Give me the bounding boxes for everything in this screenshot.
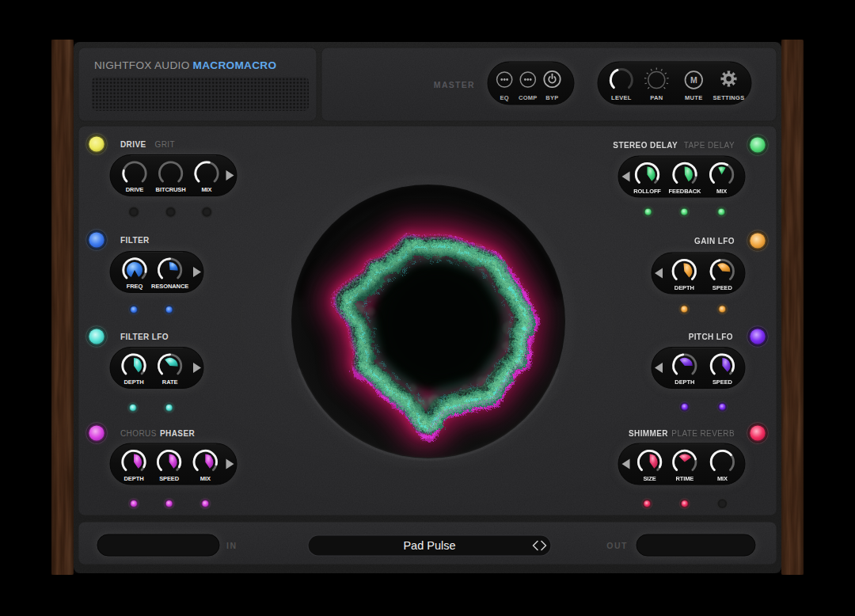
svg-text:LEVEL: LEVEL (611, 94, 632, 101)
svg-text:DEPTH: DEPTH (674, 378, 694, 386)
svg-text:M: M (690, 75, 697, 85)
svg-text:TAPE DELAY: TAPE DELAY (684, 141, 735, 150)
svg-text:STEREO DELAY: STEREO DELAY (613, 141, 678, 150)
svg-text:SPEED: SPEED (159, 475, 180, 482)
svg-text:CHORUS: CHORUS (120, 429, 157, 438)
svg-text:RATE: RATE (162, 378, 178, 386)
svg-text:FREQ: FREQ (127, 283, 143, 290)
svg-text:NIGHTFOX AUDIO MACROMACRO: NIGHTFOX AUDIO MACROMACRO (94, 59, 276, 71)
svg-text:MIX: MIX (200, 475, 211, 482)
svg-text:IN: IN (226, 541, 238, 550)
svg-text:SPEED: SPEED (712, 284, 733, 291)
svg-text:RESONANCE: RESONANCE (151, 283, 188, 290)
svg-text:DEPTH: DEPTH (124, 475, 144, 482)
svg-text:MIX: MIX (201, 186, 211, 193)
svg-text:RTIME: RTIME (675, 475, 694, 482)
svg-text:FEEDBACK: FEEDBACK (669, 188, 702, 195)
svg-text:SIZE: SIZE (643, 475, 656, 482)
svg-text:EQ: EQ (500, 94, 508, 101)
svg-text:ROLLOFF: ROLLOFF (633, 188, 661, 195)
svg-text:COMP: COMP (519, 94, 538, 101)
svg-text:DRIVE: DRIVE (120, 140, 146, 149)
svg-text:FILTER LFO: FILTER LFO (120, 333, 169, 341)
svg-text:DRIVE: DRIVE (126, 186, 144, 193)
svg-text:SPEED: SPEED (712, 378, 733, 386)
svg-text:BYP: BYP (545, 94, 558, 101)
svg-text:PHASER: PHASER (160, 429, 195, 438)
svg-text:MUTE: MUTE (685, 94, 702, 101)
svg-text:MASTER: MASTER (434, 80, 475, 89)
svg-text:SHIMMER: SHIMMER (629, 429, 668, 438)
svg-text:MIX: MIX (716, 188, 727, 195)
svg-text:GRIT: GRIT (155, 140, 176, 149)
svg-text:SETTINGS: SETTINGS (713, 94, 745, 101)
svg-text:PLATE REVERB: PLATE REVERB (671, 429, 735, 438)
svg-text:PAN: PAN (650, 94, 663, 101)
svg-text:DEPTH: DEPTH (674, 284, 694, 291)
svg-text:PITCH LFO: PITCH LFO (689, 333, 733, 341)
svg-text:GAIN LFO: GAIN LFO (694, 237, 735, 245)
svg-text:OUT: OUT (606, 541, 628, 550)
svg-text:Pad Pulse: Pad Pulse (403, 539, 455, 552)
svg-text:DEPTH: DEPTH (124, 378, 144, 386)
svg-text:BITCRUSH: BITCRUSH (156, 186, 186, 193)
svg-text:FILTER: FILTER (120, 236, 150, 245)
svg-text:MIX: MIX (717, 475, 728, 482)
